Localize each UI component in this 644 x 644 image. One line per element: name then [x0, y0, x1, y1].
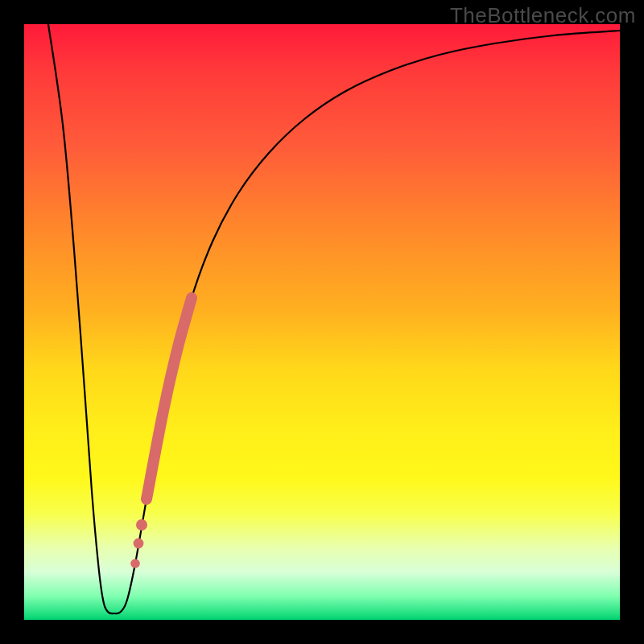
- highlight-dot: [136, 519, 147, 530]
- highlight-dot: [134, 539, 144, 549]
- highlight-dots: [130, 519, 147, 568]
- chart-container: TheBottleneck.com: [0, 0, 644, 644]
- curve-svg: [24, 24, 620, 620]
- highlight-segment: [147, 298, 192, 499]
- plot-area: [24, 24, 620, 620]
- bottleneck-curve: [48, 24, 620, 613]
- highlight-dot: [130, 559, 140, 568]
- watermark-text: TheBottleneck.com: [450, 3, 636, 28]
